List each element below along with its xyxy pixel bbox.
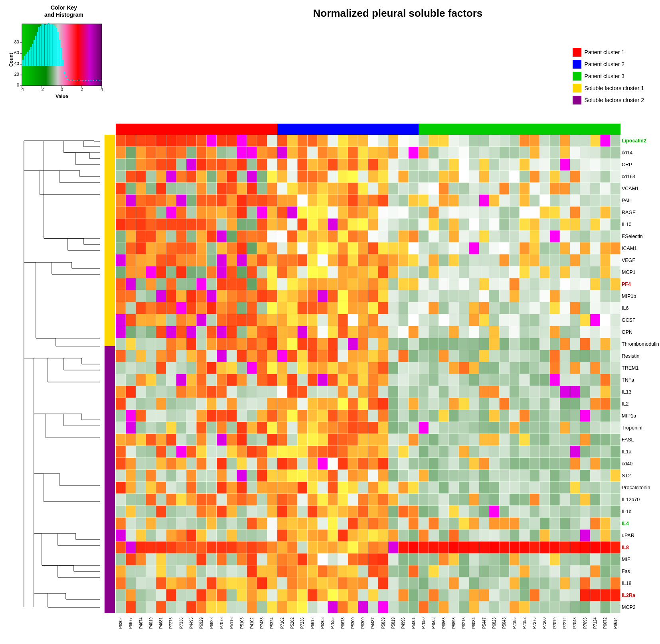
row-label-31: IL1b: [622, 506, 660, 518]
svg-rect-49: [99, 81, 100, 81]
svg-rect-48: [97, 80, 99, 80]
row-label-38: IL2Ra: [622, 589, 660, 601]
row-label-7: IL10: [622, 219, 660, 230]
svg-rect-38: [81, 80, 83, 81]
col-label-40: P7152: [520, 605, 530, 641]
legend-color-sf1: [573, 84, 581, 93]
col-label-33: P8898: [449, 605, 459, 641]
svg-text:80: 80: [14, 39, 19, 44]
row-label-23: MIP1a: [622, 410, 660, 422]
row-label-39: MCP2: [622, 601, 660, 613]
col-label-5: P7275: [166, 605, 176, 641]
col-label-0: P6302: [116, 605, 126, 641]
col-label-44: P7272: [560, 605, 570, 641]
col-label-15: P5324: [267, 605, 277, 641]
row-label-22: IL2: [622, 398, 660, 410]
col-label-23: P5300: [348, 605, 358, 641]
svg-rect-17: [48, 23, 49, 66]
row-label-12: PF4: [622, 278, 660, 290]
row-label-35: MIF: [622, 553, 660, 565]
svg-rect-43: [89, 81, 91, 81]
row-label-13: MIP1b: [622, 290, 660, 302]
svg-rect-30: [69, 80, 70, 80]
svg-rect-20: [53, 25, 54, 66]
col-label-29: P5001: [409, 605, 419, 641]
col-label-7: P4495: [186, 605, 196, 641]
svg-text:Count: Count: [8, 53, 14, 67]
svg-rect-32: [72, 80, 73, 80]
svg-rect-35: [77, 80, 78, 81]
col-label-42: P7260: [539, 605, 549, 641]
col-label-11: P5116: [227, 605, 237, 641]
row-label-25: FASL: [622, 434, 660, 446]
cluster-red: [116, 124, 277, 135]
col-label-46: P7095: [580, 605, 590, 641]
svg-rect-19: [51, 24, 52, 66]
svg-rect-31: [70, 80, 71, 81]
col-label-45: P7048: [570, 605, 580, 641]
col-label-37: P6823: [489, 605, 499, 641]
col-label-2: P4674: [136, 605, 146, 641]
row-label-34: IL8: [622, 542, 660, 553]
row-label-14: IL6: [622, 302, 660, 314]
legend-label-sf1: Soluble factors cluster 1: [585, 85, 644, 91]
col-label-1: P6677: [126, 605, 136, 641]
cluster-green: [419, 124, 620, 135]
svg-rect-9: [35, 36, 36, 66]
svg-rect-18: [49, 24, 51, 66]
col-label-21: P7535: [328, 605, 338, 641]
col-label-43: P7079: [550, 605, 560, 641]
main-title: Normalized pleural soluble factors: [313, 7, 483, 20]
col-label-4: P4681: [156, 605, 166, 641]
row-label-2: CRP: [622, 159, 660, 171]
svg-text:40: 40: [14, 61, 19, 66]
row-label-27: cd40: [622, 458, 660, 470]
legend-item-patient3: Patient cluster 3: [573, 72, 644, 81]
svg-rect-26: [62, 60, 63, 66]
col-label-9: P6823: [207, 605, 217, 641]
col-label-8: P6929: [196, 605, 206, 641]
legend-color-patient1: [573, 48, 581, 57]
svg-rect-24: [59, 40, 60, 66]
col-label-13: P4102: [247, 605, 257, 641]
col-label-17: P5282: [287, 605, 297, 641]
row-label-15: GCSF: [622, 314, 660, 326]
svg-rect-37: [80, 80, 81, 81]
row-label-11: MCP1: [622, 266, 660, 278]
svg-rect-42: [88, 80, 89, 81]
col-label-14: P7433: [257, 605, 267, 641]
svg-text:0: 0: [17, 83, 19, 87]
col-label-32: P6868: [439, 605, 449, 641]
row-label-0: Lipocalin2: [622, 135, 660, 147]
svg-rect-12: [40, 26, 41, 66]
legend-item-sf2: Soluble factors cluster 2: [573, 96, 644, 104]
row-label-21: IL13: [622, 386, 660, 398]
col-label-22: P6678: [338, 605, 348, 641]
row-label-6: RAGE: [622, 207, 660, 219]
legend-item-patient1: Patient cluster 1: [573, 48, 644, 57]
col-label-24: P6300: [358, 605, 368, 641]
legend: Patient cluster 1 Patient cluster 2 Pati…: [573, 48, 644, 104]
row-label-16: OPN: [622, 326, 660, 338]
svg-rect-36: [78, 80, 79, 80]
svg-rect-33: [73, 80, 75, 81]
row-label-8: ESelectin: [622, 230, 660, 242]
legend-item-sf1: Soluble factors cluster 1: [573, 84, 644, 93]
row-label-29: Procalcitonin: [622, 482, 660, 494]
svg-rect-1: [22, 60, 24, 66]
col-label-16: P7162: [277, 605, 287, 641]
col-label-49: P8614: [611, 605, 620, 641]
row-label-28: ST2: [622, 470, 660, 482]
row-label-3: cd163: [622, 171, 660, 183]
col-label-48: P6672: [600, 605, 610, 641]
row-label-26: IL1a: [622, 446, 660, 458]
row-labels: Lipocalin2cd14CRPcd163VCAM1PAIlRAGEIL10E…: [622, 135, 660, 613]
svg-rect-34: [75, 81, 76, 81]
color-key-title: Color Keyand Histogram: [8, 4, 120, 18]
sf-cluster-purple: [105, 346, 115, 613]
legend-color-sf2: [573, 96, 581, 104]
row-label-33: uPAR: [622, 530, 660, 542]
legend-label-sf2: Soluble factors cluster 2: [585, 97, 644, 103]
row-label-4: VCAM1: [622, 183, 660, 195]
legend-label-patient1: Patient cluster 1: [585, 49, 624, 55]
